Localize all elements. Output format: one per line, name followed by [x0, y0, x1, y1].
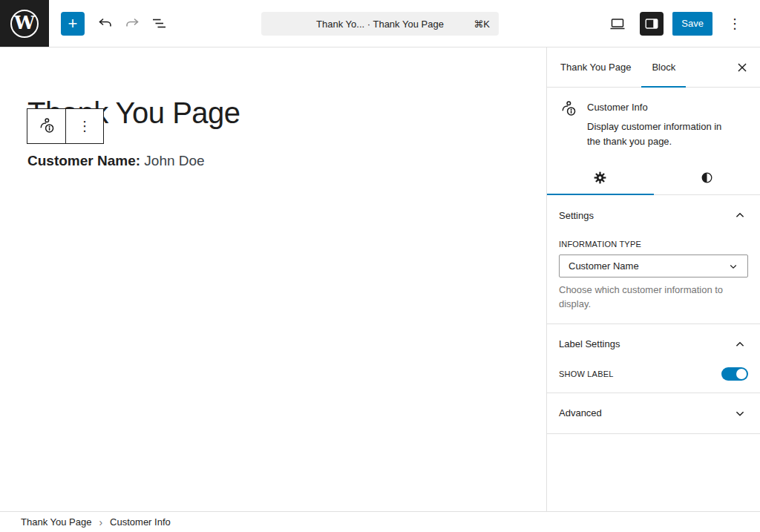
panel-settings-header[interactable]: Settings [559, 207, 748, 223]
show-label-row: SHOW LABEL [559, 367, 748, 381]
tab-settings[interactable] [547, 161, 654, 194]
command-palette-shortcut: ⌘K [474, 19, 490, 30]
gear-icon [592, 170, 608, 185]
block-card: Customer Info Display customer informati… [547, 88, 760, 161]
information-type-value: Customer Name [569, 260, 727, 272]
breadcrumb-thank-you-page[interactable]: Thank You Page [21, 516, 91, 528]
command-palette-text: Thank Yo... · Thank You Page [316, 19, 444, 30]
panel-settings: Settings INFORMATION TYPE Customer Name … [547, 195, 760, 324]
panel-label-settings-header[interactable]: Label Settings [559, 336, 748, 352]
customer-info-block-icon [37, 116, 56, 136]
block-card-description: Display customer information in the than… [587, 119, 736, 149]
editor-canvas[interactable]: Thank You Page ⋮ Customer Name: John Doe [0, 47, 547, 511]
plus-icon: + [68, 16, 78, 32]
laptop-icon [609, 15, 626, 33]
styles-half-circle-icon [699, 170, 715, 185]
block-toolbar: ⋮ [27, 108, 104, 144]
toggle-knob [736, 369, 747, 379]
chevron-down-icon [732, 405, 748, 421]
sidebar-panel-icon [643, 16, 660, 32]
close-icon [734, 59, 750, 76]
list-view-icon [150, 15, 168, 33]
editor-top-bar: W + Thank Yo... · Thank You Page ⌘K [0, 0, 760, 47]
tab-styles[interactable] [654, 161, 760, 194]
tab-block[interactable]: Block [641, 47, 686, 87]
preview-button[interactable] [604, 10, 631, 37]
chevron-up-icon [732, 336, 748, 352]
customer-info-block-content[interactable]: Customer Name: John Doe [27, 153, 205, 169]
information-type-help: Choose which customer information to dis… [559, 283, 748, 312]
wordpress-logo-button[interactable]: W [0, 0, 49, 47]
more-options-icon: ⋮ [728, 17, 741, 30]
block-card-title: Customer Info [587, 102, 748, 113]
sidebar-tabs: Thank You Page Block [547, 47, 760, 88]
active-tab-indicator [641, 86, 686, 88]
block-type-button[interactable] [27, 109, 65, 143]
close-sidebar-button[interactable] [724, 47, 760, 87]
options-menu-button[interactable]: ⋮ [721, 10, 748, 37]
undo-button[interactable] [92, 10, 119, 37]
active-inspector-tab-indicator [547, 194, 654, 195]
block-inserter-button[interactable]: + [61, 12, 85, 36]
settings-sidebar: Thank You Page Block Customer Info [547, 47, 760, 511]
redo-button[interactable] [119, 10, 145, 37]
block-inspector-tabs [547, 161, 760, 195]
panel-advanced-title: Advanced [559, 407, 602, 418]
undo-icon [96, 15, 114, 33]
panel-advanced: Advanced [547, 393, 760, 434]
block-more-options-icon: ⋮ [78, 119, 91, 133]
show-label-label: SHOW LABEL [559, 370, 614, 378]
chevron-down-icon [727, 260, 740, 273]
customer-info-value: John Doe [144, 153, 204, 168]
document-overview-button[interactable] [145, 10, 172, 37]
panel-settings-title: Settings [559, 210, 594, 221]
redo-icon [123, 15, 141, 33]
breadcrumb-customer-info: Customer Info [110, 516, 171, 528]
panel-label-settings: Label Settings SHOW LABEL [547, 324, 760, 393]
show-label-toggle[interactable] [721, 367, 748, 381]
tab-thank-you-page[interactable]: Thank You Page [550, 47, 641, 87]
settings-sidebar-toggle-button[interactable] [640, 12, 664, 36]
wordpress-icon: W [10, 10, 39, 38]
topbar-right-group: Save ⋮ [604, 10, 760, 37]
customer-info-label: Customer Name: [27, 153, 140, 168]
information-type-label: INFORMATION TYPE [559, 240, 748, 249]
block-breadcrumb: Thank You Page › Customer Info [0, 511, 760, 532]
block-options-button[interactable]: ⋮ [65, 109, 103, 143]
panel-label-settings-title: Label Settings [559, 338, 620, 349]
customer-info-block-icon [559, 99, 578, 119]
panel-advanced-header[interactable]: Advanced [559, 405, 748, 421]
information-type-select[interactable]: Customer Name [559, 254, 748, 278]
block-card-text: Customer Info Display customer informati… [587, 99, 748, 149]
editor-content: Thank You Page ⋮ Customer Name: John Doe [0, 47, 760, 511]
chevron-up-icon [732, 207, 748, 223]
command-palette[interactable]: Thank Yo... · Thank You Page ⌘K [261, 12, 499, 36]
save-button[interactable]: Save [672, 12, 712, 36]
breadcrumb-separator-icon: › [99, 516, 102, 528]
